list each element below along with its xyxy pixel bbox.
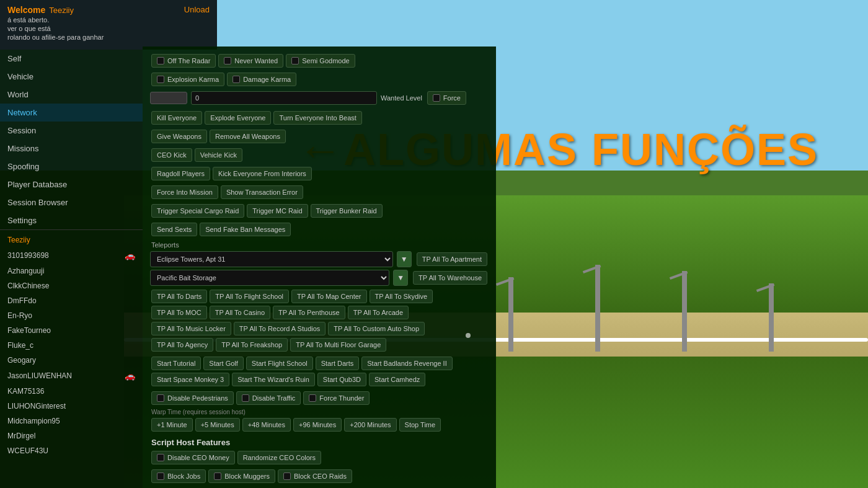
+96-minutes-btn[interactable]: +96 Minutes	[293, 418, 342, 432]
explode-everyone-btn[interactable]: Explode Everyone	[205, 111, 271, 125]
ceo-kick-btn[interactable]: CEO Kick	[151, 148, 192, 162]
wanted-input[interactable]	[191, 91, 377, 105]
tp-all-to-music-locker-btn[interactable]: TP All To Music Locker	[151, 322, 231, 335]
+48-minutes-btn[interactable]: +48 Minutes	[242, 418, 291, 432]
disable-pedestrians-btn[interactable]: Disable Pedestrians	[151, 391, 234, 405]
player-item-faketourneo[interactable]: FakeTourneo	[0, 323, 143, 338]
tp-all-apartment-btn[interactable]: TP All To Apartment	[417, 252, 487, 266]
trigger-bunker-raid-btn[interactable]: Trigger Bunker Raid	[311, 204, 383, 218]
sidebar-nav-vehicle[interactable]: Vehicle	[0, 68, 143, 86]
send-fake-ban-messages-btn[interactable]: Send Fake Ban Messages	[200, 223, 291, 236]
give-weapons-btn[interactable]: Give Weapons	[151, 130, 207, 143]
sidebar-nav-session-browser[interactable]: Session Browser	[0, 193, 143, 211]
start-tutorial-btn[interactable]: Start Tutorial	[151, 357, 201, 370]
sidebar-nav-network[interactable]: Network	[0, 104, 143, 122]
player-item-clkkchinese[interactable]: ClkkChinese	[0, 278, 143, 293]
disable-traffic-btn[interactable]: Disable Traffic	[236, 391, 301, 405]
block-muggers-btn[interactable]: Block Muggers	[208, 469, 275, 483]
block-ceo-raids-btn[interactable]: Block CEO Raids	[278, 469, 352, 483]
turn-everyone-into-beast-btn[interactable]: Turn Everyone Into Beast	[273, 111, 361, 125]
sidebar-nav-self[interactable]: Self	[0, 50, 143, 68]
sidebar-nav-spoofing[interactable]: Spoofing	[0, 157, 143, 175]
block-jobs-btn[interactable]: Block Jobs	[151, 469, 206, 483]
tp-all-to-agency-btn[interactable]: TP All To Agency	[151, 338, 213, 352]
semi-godmode-btn[interactable]: Semi Godmode	[286, 54, 355, 68]
start-the-wizard's-ruin-btn[interactable]: Start The Wizard's Ruin	[232, 373, 315, 386]
row-messages: Send SextsSend Fake Ban Messages	[150, 221, 489, 237]
+200-minutes-btn[interactable]: +200 Minutes	[344, 418, 396, 432]
sidebar-nav-missions[interactable]: Missions	[0, 140, 143, 157]
player-item-dmffdo[interactable]: DmFFdo	[0, 293, 143, 308]
player-item-liuhonginterest[interactable]: LIUHONGinterest	[0, 399, 143, 414]
start-qub3d-btn[interactable]: Start Qub3D	[317, 373, 366, 386]
wanted-slider[interactable]	[150, 92, 187, 104]
vehicle-kick-btn[interactable]: Vehicle Kick	[195, 148, 242, 162]
never-wanted-btn[interactable]: Never Wanted	[218, 54, 283, 68]
sidebar-nav-settings[interactable]: Settings	[0, 211, 143, 229]
btn-label: Off The Radar	[167, 57, 210, 64]
sidebar-nav-world[interactable]: World	[0, 86, 143, 104]
ragdoll-players-btn[interactable]: Ragdoll Players	[151, 167, 210, 180]
checkbox-icon	[224, 57, 231, 64]
show-transaction-error-btn[interactable]: Show Transaction Error	[221, 185, 303, 199]
sidebar-nav-player-database[interactable]: Player Database	[0, 175, 143, 193]
lamppost-4	[769, 283, 774, 352]
kick-everyone-from-interiors-btn[interactable]: Kick Everyone From Interiors	[213, 167, 312, 180]
+1-minute-btn[interactable]: +1 Minute	[151, 418, 193, 432]
player-item-3101993698[interactable]: 3101993698🚗	[0, 247, 143, 264]
start-darts-btn[interactable]: Start Darts	[316, 357, 360, 370]
tp-all-to-freakshop-btn[interactable]: TP All To Freakshop	[216, 338, 288, 352]
start-flight-school-btn[interactable]: Start Flight School	[246, 357, 313, 370]
trigger-special-cargo-raid-btn[interactable]: Trigger Special Cargo Raid	[151, 204, 244, 218]
tp-all-to-flight-school-btn[interactable]: TP All To Flight School	[210, 290, 289, 303]
sidebar-nav-session[interactable]: Session	[0, 122, 143, 140]
player-item-azhanguuji[interactable]: Azhanguuji	[0, 264, 143, 278]
explosion-karma-btn[interactable]: Explosion Karma	[151, 73, 224, 86]
force-thunder-btn[interactable]: Force Thunder	[303, 391, 370, 405]
teleport-dropdown-1[interactable]: Eclipse Towers, Apt 31	[150, 251, 393, 267]
player-item-jasonliuwenhan[interactable]: JasonLIUWENHAN🚗	[0, 368, 143, 384]
cursor	[466, 333, 471, 338]
player-item-en-ryo[interactable]: En-Ryo	[0, 308, 143, 323]
dropdown-arrow-1[interactable]: ▼	[397, 251, 412, 267]
start-badlands-revenge-ii-btn[interactable]: Start Badlands Revenge II	[361, 357, 452, 370]
start-space-monkey-3-btn[interactable]: Start Space Monkey 3	[151, 373, 229, 386]
tp-all-to-map-center-btn[interactable]: TP All To Map Center	[291, 290, 367, 303]
start-camhedz-btn[interactable]: Start Camhedz	[369, 373, 425, 386]
kill-everyone-btn[interactable]: Kill Everyone	[151, 111, 202, 125]
tp-all-to-penthouse-btn[interactable]: TP All To Penthouse	[273, 306, 345, 319]
damage-karma-btn[interactable]: Damage Karma	[227, 73, 296, 86]
tp-all-warehouse-btn[interactable]: TP All To Warehouse	[413, 271, 487, 285]
player-item-mrdirgel[interactable]: MrDirgel	[0, 428, 143, 443]
wanted-force-btn[interactable]: Force	[427, 91, 466, 105]
remove-all-weapons-btn[interactable]: Remove All Weapons	[210, 130, 286, 143]
player-item-geogary[interactable]: Geogary	[0, 353, 143, 368]
player-item-wceuf43u[interactable]: WCEUF43U	[0, 443, 143, 458]
trigger-mc-raid-btn[interactable]: Trigger MC Raid	[247, 204, 308, 218]
checkbox-icon	[242, 394, 249, 402]
tp-all-to-multi-floor-garage-btn[interactable]: TP All To Multi Floor Garage	[290, 338, 386, 352]
tp-all-to-record-a-studios-btn[interactable]: TP All To Record A Studios	[234, 322, 326, 335]
force-into-mission-btn[interactable]: Force Into Mission	[151, 185, 218, 199]
tp-all-to-moc-btn[interactable]: TP All To MOC	[151, 306, 207, 319]
tp-all-to-custom-auto-shop-btn[interactable]: TP All To Custom Auto Shop	[328, 322, 425, 335]
banner-unload-button[interactable]: Unload	[184, 5, 210, 14]
player-item-midchampion95[interactable]: Midchampion95	[0, 414, 143, 428]
+5-minutes-btn[interactable]: +5 Minutes	[195, 418, 240, 432]
stop-time-btn[interactable]: Stop Time	[399, 418, 441, 432]
send-sexts-btn[interactable]: Send Sexts	[151, 223, 197, 236]
tp-all-to-darts-btn[interactable]: TP All To Darts	[151, 290, 207, 303]
randomize-ceo-colors-btn[interactable]: Randomize CEO Colors	[237, 451, 321, 464]
off-the-radar-btn[interactable]: Off The Radar	[151, 54, 216, 68]
start-golf-btn[interactable]: Start Golf	[203, 357, 243, 370]
player-item-kam75136[interactable]: KAM75136	[0, 384, 143, 399]
tp-all-to-casino-btn[interactable]: TP All To Casino	[210, 306, 270, 319]
player-item-fluke_c[interactable]: Fluke_c	[0, 338, 143, 353]
teleport-dropdown-2[interactable]: Pacific Bait Storage	[150, 270, 389, 286]
tp-all-to-arcade-btn[interactable]: TP All To Arcade	[348, 306, 409, 319]
row-world: Disable PedestriansDisable TrafficForce …	[150, 390, 489, 406]
disable-ceo-money-btn[interactable]: Disable CEO Money	[151, 451, 235, 464]
banner-text3: rolando ou afilie-se para ganhar	[7, 33, 210, 41]
dropdown-arrow-2[interactable]: ▼	[393, 270, 408, 286]
tp-all-to-skydive-btn[interactable]: TP All To Skydive	[370, 290, 433, 303]
